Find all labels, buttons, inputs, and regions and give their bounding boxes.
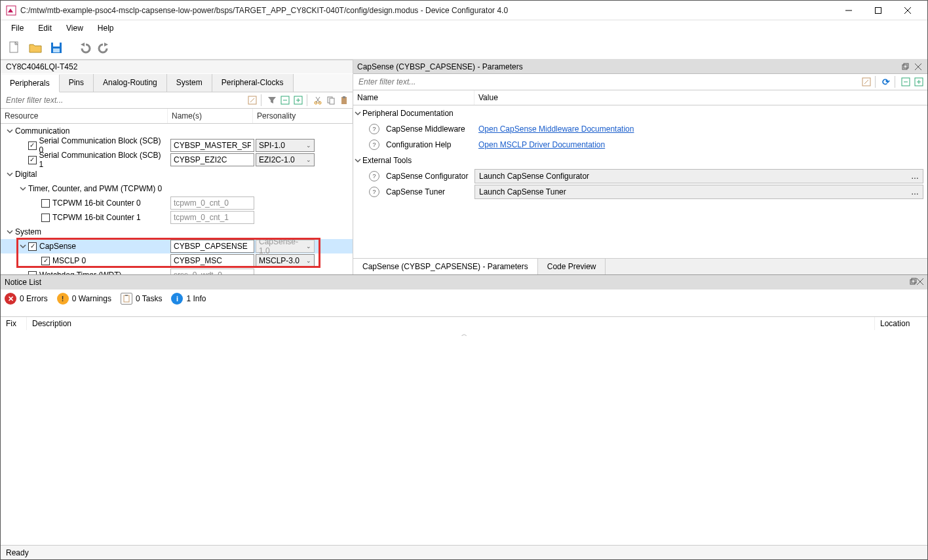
warnings-badge[interactable]: !0 Warnings: [57, 293, 111, 305]
minimize-button[interactable]: [834, 1, 863, 20]
param-filter-input[interactable]: [353, 74, 858, 90]
checkbox[interactable]: [41, 214, 50, 222]
undo-icon[interactable]: [74, 38, 94, 58]
name-input[interactable]: [170, 254, 254, 267]
window-controls: [834, 1, 922, 20]
close-button[interactable]: [893, 1, 922, 20]
launch-button[interactable]: Launch CapSense Tuner…: [474, 185, 923, 199]
personality-select[interactable]: MSCLP-3.0⌄: [256, 254, 315, 267]
collapse-all-icon[interactable]: [279, 94, 291, 106]
tab-system[interactable]: System: [167, 74, 212, 92]
tab-peripheral-clocks[interactable]: Peripheral-Clocks: [212, 74, 294, 92]
param-col-value[interactable]: Value: [474, 90, 927, 105]
help-icon[interactable]: ?: [369, 171, 379, 181]
svg-rect-38: [124, 295, 129, 302]
param-row: ?CapSense TunerLaunch CapSense Tuner…: [353, 184, 927, 200]
ellipsis-icon[interactable]: …: [911, 187, 919, 196]
notice-col-description[interactable]: Description: [27, 317, 875, 330]
chevron-down-icon[interactable]: [19, 185, 27, 193]
splitter-handle-icon[interactable]: ︿: [461, 330, 467, 339]
funnel-filter-icon[interactable]: [266, 94, 278, 106]
tab-analog-routing[interactable]: Analog-Routing: [94, 74, 167, 92]
notice-body[interactable]: ︿: [1, 330, 927, 545]
notice-col-location[interactable]: Location: [875, 317, 927, 330]
tree-row[interactable]: Digital: [1, 167, 353, 181]
filter-input[interactable]: [1, 92, 244, 108]
col-resource[interactable]: Resource: [1, 109, 168, 123]
tree-row[interactable]: CapSenseCapSense-1.0⌄: [1, 239, 353, 253]
param-filter-row: ⟳: [353, 74, 927, 90]
doc-link[interactable]: Open MSCLP Driver Documentation: [478, 140, 605, 149]
menu-edit[interactable]: Edit: [31, 22, 58, 35]
maximize-button[interactable]: [863, 1, 893, 20]
col-names[interactable]: Name(s): [168, 109, 253, 123]
errors-badge[interactable]: ✕0 Errors: [5, 293, 48, 305]
right-bottom-tabs: CapSense (CYBSP_CAPSENSE) - Parameters C…: [353, 258, 927, 274]
copy-icon[interactable]: [325, 94, 337, 106]
checkbox[interactable]: [28, 242, 37, 251]
tab-peripherals[interactable]: Peripherals: [1, 75, 60, 92]
chevron-down-icon[interactable]: [6, 228, 14, 236]
param-expand-all-icon[interactable]: [913, 76, 925, 88]
chevron-down-icon[interactable]: [353, 157, 362, 164]
help-icon[interactable]: ?: [369, 124, 379, 134]
chevron-down-icon[interactable]: [353, 110, 362, 117]
tree-row[interactable]: MSCLP 0MSCLP-3.0⌄: [1, 253, 353, 268]
personality-select[interactable]: EZI2C-1.0⌄: [256, 153, 315, 166]
name-input[interactable]: [170, 153, 254, 166]
checkbox[interactable]: [28, 141, 37, 150]
help-icon[interactable]: ?: [369, 187, 379, 197]
col-personality[interactable]: Personality: [253, 109, 353, 123]
reload-icon[interactable]: ⟳: [880, 76, 892, 88]
tree-row[interactable]: Serial Communication Block (SCB) 1EZI2C-…: [1, 153, 353, 167]
tree-body[interactable]: CommunicationSerial Communication Block …: [1, 124, 353, 274]
tree-item-label: Communication: [15, 126, 69, 136]
checkbox[interactable]: [28, 271, 37, 275]
menu-help[interactable]: Help: [91, 22, 121, 35]
param-clear-filter-icon[interactable]: [860, 76, 872, 88]
expand-all-icon[interactable]: [292, 94, 304, 106]
chevron-down-icon[interactable]: [6, 127, 14, 135]
paste-icon[interactable]: [338, 94, 350, 106]
param-body[interactable]: Peripheral Documentation?CapSense Middle…: [353, 105, 927, 258]
launch-button[interactable]: Launch CapSense Configurator…: [474, 169, 923, 183]
name-input[interactable]: [170, 139, 254, 152]
checkbox[interactable]: [28, 156, 37, 164]
info-badge[interactable]: i1 Info: [171, 293, 206, 305]
filter-row: [1, 92, 353, 109]
param-col-name[interactable]: Name: [353, 90, 474, 105]
tasks-badge[interactable]: 0 Tasks: [121, 293, 162, 305]
menu-view[interactable]: View: [60, 22, 90, 35]
tree-row[interactable]: TCPWM 16-bit Counter 0: [1, 196, 353, 210]
chevron-down-icon[interactable]: [19, 242, 27, 250]
undock-icon[interactable]: [900, 62, 910, 72]
menu-file[interactable]: File: [5, 22, 30, 35]
btab-code-preview[interactable]: Code Preview: [538, 259, 606, 274]
checkbox[interactable]: [41, 257, 50, 265]
btab-parameters[interactable]: CapSense (CYBSP_CAPSENSE) - Parameters: [353, 259, 538, 274]
save-icon[interactable]: [47, 38, 66, 58]
tree-row[interactable]: Watchdog Timer (WDT): [1, 268, 353, 274]
notice-undock-icon[interactable]: [910, 278, 917, 287]
clear-filter-icon[interactable]: [246, 94, 258, 106]
name-input[interactable]: [170, 240, 254, 253]
ellipsis-icon[interactable]: …: [911, 172, 919, 181]
personality-select[interactable]: SPI-1.0⌄: [256, 139, 315, 152]
chevron-down-icon[interactable]: [6, 170, 14, 178]
notice-col-fix[interactable]: Fix: [1, 317, 27, 330]
param-group[interactable]: External Tools: [353, 153, 927, 168]
open-folder-icon[interactable]: [26, 38, 45, 58]
tree-row[interactable]: TCPWM 16-bit Counter 1: [1, 210, 353, 225]
checkbox[interactable]: [41, 199, 50, 208]
help-icon[interactable]: ?: [369, 140, 379, 150]
param-group[interactable]: Peripheral Documentation: [353, 105, 927, 121]
cut-icon[interactable]: [312, 94, 324, 106]
new-file-icon[interactable]: [5, 38, 24, 58]
doc-link[interactable]: Open CapSense Middleware Documentation: [478, 124, 634, 134]
redo-icon[interactable]: [95, 38, 115, 58]
close-panel-icon[interactable]: [913, 62, 923, 72]
tree-row[interactable]: Timer, Counter, and PWM (TCPWM) 0: [1, 181, 353, 196]
notice-close-icon[interactable]: [917, 278, 923, 287]
param-collapse-all-icon[interactable]: [900, 76, 912, 88]
tab-pins[interactable]: Pins: [60, 74, 94, 92]
